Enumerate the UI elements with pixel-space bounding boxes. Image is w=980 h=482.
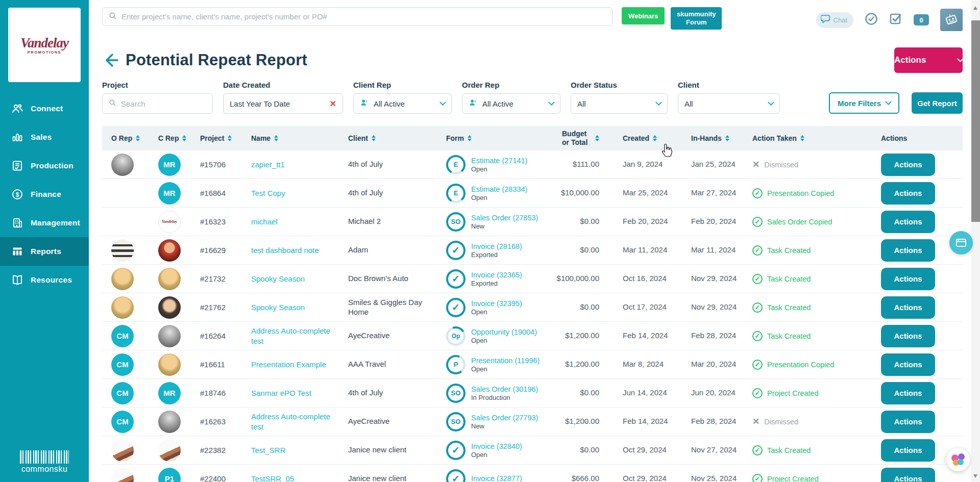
sort-arrows-icon[interactable] bbox=[372, 135, 376, 141]
form-title-link[interactable]: Invoice (32877) bbox=[471, 474, 522, 482]
scroll-up-arrow[interactable] bbox=[973, 6, 977, 10]
row-actions-button[interactable]: Actions bbox=[881, 296, 935, 319]
sidebar-item-sales[interactable]: Sales bbox=[0, 123, 89, 151]
scrollbar-thumb[interactable] bbox=[971, 20, 980, 222]
in-hands-cell: Feb 20, 2024 bbox=[674, 217, 740, 226]
project-name-link[interactable]: Spooky Season bbox=[251, 302, 305, 313]
filter-label: Order Rep bbox=[462, 81, 560, 89]
orep-cell bbox=[102, 268, 148, 290]
form-title-link[interactable]: Sales Order (30196) bbox=[471, 385, 538, 393]
side-panel-tab-button[interactable] bbox=[949, 231, 973, 255]
project-name-link[interactable]: Address Auto-complete test bbox=[251, 326, 337, 346]
sidebar-item-reports[interactable]: Reports bbox=[0, 237, 89, 266]
project-name-link[interactable]: test dashboard note bbox=[251, 245, 319, 256]
global-search-input[interactable] bbox=[121, 12, 606, 21]
orep-avatar: CM bbox=[111, 353, 134, 376]
chat-button[interactable]: Chat bbox=[816, 12, 853, 28]
form-title-link[interactable]: Sales Order (27793) bbox=[471, 414, 538, 422]
th-o-rep[interactable]: O Rep bbox=[102, 134, 148, 142]
webinars-button[interactable]: Webinars bbox=[622, 7, 665, 24]
filter-date-created-control[interactable]: Last Year To Date✕ bbox=[223, 93, 343, 114]
notification-count-badge[interactable]: 0 bbox=[914, 14, 929, 26]
sidebar-item-label: Production bbox=[31, 161, 74, 170]
form-title-link[interactable]: Estimate (28334) bbox=[471, 185, 527, 193]
sort-arrows-icon[interactable] bbox=[182, 135, 186, 141]
more-filters-button[interactable]: More Filters bbox=[829, 92, 899, 114]
project-name-link[interactable]: Test_SRR bbox=[251, 445, 286, 455]
th-client[interactable]: Client bbox=[337, 134, 434, 142]
sort-arrows-icon[interactable] bbox=[468, 135, 472, 141]
back-arrow-icon[interactable] bbox=[102, 52, 119, 69]
form-title-link[interactable]: Presentation (11996) bbox=[471, 357, 540, 365]
sidebar-item-finance[interactable]: $Finance bbox=[0, 180, 89, 209]
th-created[interactable]: Created bbox=[605, 134, 674, 142]
th-name[interactable]: Name bbox=[241, 134, 337, 142]
form-title-link[interactable]: Invoice (32840) bbox=[471, 442, 522, 450]
row-actions-button[interactable]: Actions bbox=[881, 154, 935, 176]
row-actions-button[interactable]: Actions bbox=[881, 239, 935, 262]
form-title-link[interactable]: Estimate (27141) bbox=[471, 157, 527, 165]
sort-arrows-icon[interactable] bbox=[274, 135, 278, 141]
page-actions-button[interactable]: Actions bbox=[894, 47, 963, 73]
th-in-hands[interactable]: In-Hands bbox=[674, 134, 740, 142]
filter-project-control[interactable] bbox=[102, 93, 213, 114]
row-actions-button[interactable]: Actions bbox=[881, 353, 935, 376]
tenant-logo[interactable]: Vandelay PROMOTIONS bbox=[8, 8, 81, 82]
filter-order-rep-control[interactable]: All Active bbox=[462, 93, 560, 114]
user-avatar[interactable] bbox=[940, 9, 963, 31]
project-name-link[interactable]: Presentation Example bbox=[251, 360, 326, 370]
th-project[interactable]: Project bbox=[190, 134, 241, 142]
sort-arrows-icon[interactable] bbox=[800, 135, 804, 141]
row-actions-button[interactable]: Actions bbox=[881, 325, 935, 347]
row-actions-button[interactable]: Actions bbox=[881, 468, 935, 482]
form-title-link[interactable]: Invoice (32365) bbox=[471, 271, 522, 279]
clock-check-icon[interactable] bbox=[865, 12, 878, 28]
th-action-taken[interactable]: Action Taken bbox=[740, 134, 863, 142]
sort-arrows-icon[interactable] bbox=[136, 135, 140, 141]
filter-project-input[interactable] bbox=[121, 99, 206, 108]
row-actions-button[interactable]: Actions bbox=[881, 182, 935, 205]
sidebar-item-production[interactable]: Production bbox=[0, 151, 89, 180]
sidebar-item-management[interactable]: Management bbox=[0, 209, 89, 237]
scroll-down-arrow[interactable] bbox=[973, 474, 977, 478]
skummunity-forum-button[interactable]: skummunity Forum bbox=[671, 7, 722, 30]
clear-filter-icon[interactable]: ✕ bbox=[330, 99, 336, 109]
row-actions-button[interactable]: Actions bbox=[881, 439, 935, 462]
row-actions-button[interactable]: Actions bbox=[881, 411, 935, 433]
sidebar-item-resources[interactable]: Resources bbox=[0, 266, 89, 294]
sidebar-item-connect[interactable]: Connect bbox=[0, 94, 89, 123]
get-report-button[interactable]: Get Report bbox=[912, 92, 963, 114]
sort-arrows-icon[interactable] bbox=[653, 135, 657, 141]
project-name-link[interactable]: TestSRR_05 bbox=[251, 474, 294, 482]
form-title-link[interactable]: Invoice (28168) bbox=[471, 242, 522, 250]
project-name-link[interactable]: Sanmar ePO Test bbox=[251, 388, 311, 398]
filter-client-rep-control[interactable]: All Active bbox=[353, 93, 452, 114]
project-name-link[interactable]: michael bbox=[251, 217, 278, 227]
sort-arrows-icon[interactable] bbox=[725, 135, 729, 141]
project-name-link[interactable]: Address Auto-complete test bbox=[251, 412, 337, 432]
tenant-logo-name: Vandelay bbox=[20, 35, 68, 51]
row-actions-button[interactable]: Actions bbox=[881, 382, 935, 404]
filter-client-control[interactable]: All bbox=[678, 93, 780, 114]
project-name-link[interactable]: Spooky Season bbox=[251, 274, 305, 284]
form-status: Exported bbox=[471, 251, 522, 259]
sort-arrows-icon[interactable] bbox=[228, 135, 232, 141]
project-name-link[interactable]: zapier_tt1 bbox=[251, 160, 285, 170]
filter-order-status-control[interactable]: All bbox=[571, 93, 668, 114]
table-row: #21762Spooky SeasonSmiles & Giggles Day … bbox=[102, 293, 963, 322]
project-name-link[interactable]: Test Copy bbox=[251, 188, 285, 198]
th-c-rep[interactable]: C Rep bbox=[148, 134, 190, 142]
th-form[interactable]: Form bbox=[434, 134, 556, 142]
form-title-link[interactable]: Sales Order (27853) bbox=[471, 214, 538, 222]
form-cell: OpOpportunity (19004)Open bbox=[434, 326, 556, 346]
row-actions-button[interactable]: Actions bbox=[881, 211, 935, 233]
form-title-link[interactable]: Opportunity (19004) bbox=[471, 328, 537, 336]
budget-value: $1,200.00 bbox=[565, 360, 599, 368]
row-actions-button[interactable]: Actions bbox=[881, 268, 935, 290]
sort-arrows-icon[interactable] bbox=[595, 135, 599, 141]
tasks-checkbox-icon[interactable] bbox=[889, 12, 902, 28]
assistant-button[interactable] bbox=[946, 448, 970, 471]
global-search[interactable] bbox=[102, 7, 612, 26]
th-budget-or-total[interactable]: Budget or Total bbox=[556, 130, 605, 147]
form-title-link[interactable]: Invoice (32395) bbox=[471, 299, 522, 308]
